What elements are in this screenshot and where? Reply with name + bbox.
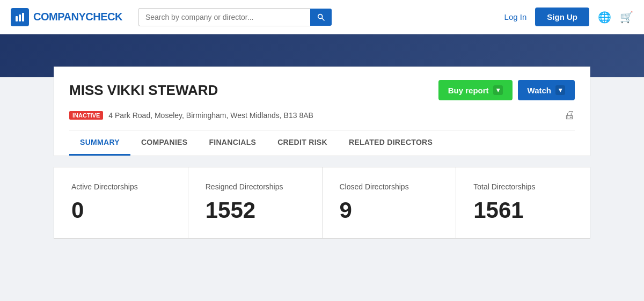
stat-total: Total Directorships 1561 [456,167,590,238]
signup-button[interactable]: Sign Up [535,8,589,26]
stat-resigned-value: 1552 [206,197,305,223]
main-content: MISS VIKKI STEWARD Buy report ▾ Watch ▾ … [43,67,601,239]
header: COMPANYCHECK Log In Sign Up 🌐 🛒 [0,0,644,34]
status-badge: INACTIVE [69,111,103,120]
logo-icon [11,8,29,26]
header-right: Log In Sign Up 🌐 🛒 [504,8,633,26]
stat-active: Active Directorships 0 [54,167,188,238]
stat-closed: Closed Directorships 9 [323,167,457,238]
print-icon[interactable]: 🖨 [564,109,575,121]
logo-text: COMPANYCHECK [33,11,122,23]
buy-report-button[interactable]: Buy report ▾ [438,80,513,100]
profile-card: MISS VIKKI STEWARD Buy report ▾ Watch ▾ … [54,67,590,156]
svg-rect-1 [19,14,21,21]
svg-line-4 [322,18,324,20]
cart-icon[interactable]: 🛒 [620,11,633,24]
stat-active-label: Active Directorships [71,182,171,191]
buy-report-label: Buy report [448,86,489,95]
profile-address-row: INACTIVE 4 Park Road, Moseley, Birmingha… [69,109,575,130]
tab-financials[interactable]: FINANCIALS [198,130,267,156]
globe-icon[interactable]: 🌐 [598,11,611,24]
tab-companies[interactable]: COMPANIES [130,130,198,156]
stats-section: Active Directorships 0 Resigned Director… [54,167,590,239]
stat-active-value: 0 [71,197,171,223]
tabs-nav: SUMMARY COMPANIES FINANCIALS CREDIT RISK… [69,130,575,156]
stat-resigned-label: Resigned Directorships [206,182,305,191]
login-link[interactable]: Log In [504,12,527,21]
tab-summary[interactable]: SUMMARY [69,130,130,156]
stat-total-label: Total Directorships [473,182,573,191]
watch-button[interactable]: Watch ▾ [518,80,575,100]
profile-name: MISS VIKKI STEWARD [69,82,218,99]
search-area [138,8,332,26]
address-text: 4 Park Road, Moseley, Birmingham, West M… [108,111,313,120]
tab-related-directors[interactable]: RELATED DIRECTORS [338,130,443,156]
stat-total-value: 1561 [473,197,573,223]
watch-label: Watch [528,86,551,95]
search-input[interactable] [138,8,310,26]
watch-dropdown-arrow[interactable]: ▾ [555,85,565,95]
profile-header: MISS VIKKI STEWARD Buy report ▾ Watch ▾ [69,80,575,109]
stat-resigned: Resigned Directorships 1552 [188,167,323,238]
search-button[interactable] [310,9,332,26]
tab-credit-risk[interactable]: CREDIT RISK [267,130,338,156]
svg-rect-2 [22,13,24,21]
stat-resigned-number: 1552 [206,197,255,223]
stat-closed-value: 9 [340,197,439,223]
profile-actions: Buy report ▾ Watch ▾ [438,80,575,100]
buy-report-dropdown-arrow[interactable]: ▾ [493,85,503,95]
logo-link[interactable]: COMPANYCHECK [11,8,122,26]
svg-rect-0 [16,16,18,21]
stat-closed-label: Closed Directorships [340,182,439,191]
